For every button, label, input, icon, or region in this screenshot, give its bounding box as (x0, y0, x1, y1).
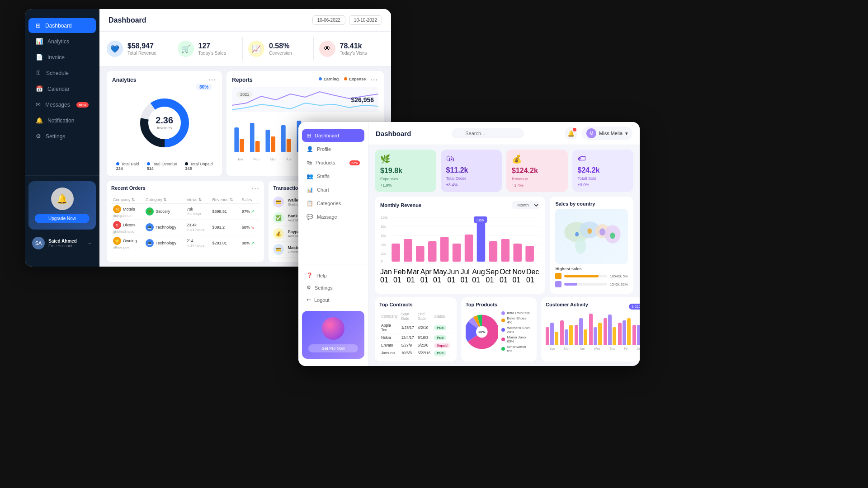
svg-text:60k: 60k (381, 233, 386, 238)
sales-value: 127 (198, 42, 226, 50)
reports-value: $26,956 (351, 96, 374, 103)
dash2-logout[interactable]: ↩ Logout (302, 294, 364, 305)
svg-rect-35 (416, 246, 425, 262)
col-company: Company ⇅ (111, 196, 144, 204)
notification-button[interactable]: 🔔 (565, 127, 577, 140)
table-row: MMotelsdkjhg.co.uk 🌿Grocery 78kin 2 days… (111, 204, 259, 220)
sales-label: Today's Sales (198, 51, 226, 56)
svg-text:40k: 40k (381, 242, 386, 247)
table-row: Jamuna 10/6/3 5/22/16 Paid (379, 349, 452, 357)
table-row: Apple Tec 1/28/17 4/2/10 Paid (379, 322, 452, 334)
bar-group-wed (589, 314, 602, 345)
dash2-item-staffs[interactable]: 👥 Staffs (302, 170, 364, 183)
top-contracts-card: Top Contracts Company Start Date End Dat… (375, 297, 457, 361)
hs-item-singapore: 1542k 32% (555, 281, 628, 287)
dash2-main: Dashboard 🔔 M Miss Melia ▾ 🌿 $19.8k (368, 122, 640, 366)
start-date[interactable]: 10-06-2022 (312, 15, 345, 25)
sidebar-item-messages[interactable]: ✉ Messages new (28, 97, 96, 112)
upgrade-button[interactable]: Upgrade Now (35, 214, 90, 223)
status-badge: Paid (434, 351, 446, 356)
sidebar-item-settings[interactable]: ⚙ Settings (28, 129, 96, 144)
notification-icon: 🔔 (36, 117, 43, 124)
end-date[interactable]: 10-10-2022 (349, 15, 382, 25)
user-chip[interactable]: M Miss Melia ▾ (582, 127, 632, 140)
svg-rect-4 (250, 123, 255, 152)
pie-chart-area: 20% Intra Paint 6% Beko Shoes 4% Womens … (466, 311, 532, 353)
dash2-item-categories[interactable]: 📋 Categories (302, 197, 364, 210)
reports-title: Reports (232, 77, 252, 83)
sidebar-item-dashboard[interactable]: ⊞ Dashboard (28, 18, 96, 33)
sidebar-item-analytics[interactable]: 📊 Analytics (28, 34, 96, 49)
page-title: Dashboard (108, 16, 146, 24)
sales-country-title: Sales by country (555, 201, 628, 206)
month-select[interactable]: Month Year Week (512, 201, 540, 209)
conversion-value: 0.58% (269, 42, 292, 50)
svg-text:1,320k: 1,320k (476, 219, 484, 222)
promo-ball (322, 317, 344, 340)
col-revenue: Revenue ⇅ (211, 196, 240, 204)
products-badge: new (349, 160, 360, 165)
svg-rect-33 (392, 244, 400, 262)
dash2-item-dashboard[interactable]: ⊞ Dashboard (302, 129, 364, 142)
sidebar-item-invoice[interactable]: 📄 Invoice (28, 50, 96, 65)
wallet-icon: 💳 (273, 197, 284, 207)
promo-button[interactable]: Get Pro Now (308, 344, 358, 352)
table-row: Nokia 12/4/17 8/16/3 Paid (379, 334, 452, 342)
orders-menu[interactable]: ··· (252, 185, 260, 192)
customer-activity-title: Customer Activity (546, 302, 588, 307)
dash2-item-chart[interactable]: 📊 Chart (302, 183, 364, 196)
dash2-bottom: Top Contracts Company Start Date End Dat… (368, 294, 640, 366)
activity-badge: 3,220k (629, 304, 640, 310)
svg-rect-13 (255, 141, 260, 152)
d2-stat-order: 🛍 $11.2k Total Order +3.4% (441, 150, 502, 192)
revenue-months: Jan 01Feb 01Mar 01Apr 01May 01Jun 01Jul … (380, 268, 540, 284)
dash2-item-massage[interactable]: 💬 Massage (302, 211, 364, 223)
dash1-header: Dashboard 10-06-2022 10-10-2022 (99, 9, 391, 32)
dash2-help[interactable]: ❓ Help (302, 270, 364, 281)
svg-rect-15 (287, 139, 291, 152)
dash2-header: Dashboard 🔔 M Miss Melia ▾ (368, 122, 640, 145)
logout-icon[interactable]: → (87, 240, 92, 246)
schedule-icon: 🗓 (36, 70, 42, 76)
help-icon: ❓ (307, 272, 313, 278)
dash2-item-profile[interactable]: 👤 Profile (302, 143, 364, 155)
sidebar-item-calendar[interactable]: 📅 Calendar (28, 81, 96, 96)
svg-rect-5 (266, 130, 270, 152)
dash2-item-products[interactable]: 🛍 Products new (302, 156, 364, 169)
analytics-menu[interactable]: ··· (209, 76, 217, 84)
sidebar-item-schedule[interactable]: 🗓 Schedule (28, 66, 96, 80)
bank-icon: ✅ (273, 212, 284, 223)
analytics-icon: 📊 (36, 38, 43, 45)
search-input[interactable] (452, 128, 524, 138)
conversion-icon: 📈 (248, 41, 264, 57)
table-row: Envato 5/27/9 6/21/0 Unpaid (379, 342, 452, 349)
svg-rect-40 (477, 221, 486, 262)
expenses-icon: 🌿 (380, 154, 431, 164)
calendar-icon: 📅 (36, 85, 43, 92)
donut-legend: Total Paid234 Total Overdue514 Total Unp… (112, 162, 217, 171)
svg-point-51 (576, 238, 586, 254)
dash2-settings[interactable]: ⚙ Settings (302, 282, 364, 293)
stats-row: 💙 $58,947 Total Revenue 🛒 127 Today's Sa… (99, 32, 391, 66)
year-select[interactable]: 2021 (236, 89, 253, 98)
svg-rect-39 (465, 235, 473, 262)
contracts-title: Top Contracts (379, 302, 452, 307)
d2-settings-icon: ⚙ (307, 285, 311, 291)
d2-massage-icon: 💬 (307, 214, 313, 220)
reports-menu[interactable]: ··· (370, 76, 378, 84)
svg-rect-42 (501, 239, 510, 262)
notif-dot (573, 128, 576, 131)
bar-group-thu (604, 314, 616, 345)
svg-rect-36 (428, 241, 437, 262)
sales-country-card: Sales by country (550, 197, 633, 294)
revenue-value: $58,947 (127, 42, 156, 50)
svg-text:20%: 20% (478, 330, 485, 334)
sidebar-item-notification[interactable]: 🔔 Notification (28, 113, 96, 128)
d2-chart-icon: 📊 (307, 187, 313, 193)
user-info: Saied Ahmed Free Account (48, 239, 83, 248)
contracts-table: Company Start Date End Date Status Apple… (379, 311, 452, 357)
header-right: 🔔 M Miss Melia ▾ (565, 127, 632, 140)
stat-revenue: 💙 $58,947 Total Revenue (107, 37, 172, 61)
revenue-icon: 💙 (107, 41, 123, 57)
revenue-title: Monthly Revenue (380, 202, 421, 208)
